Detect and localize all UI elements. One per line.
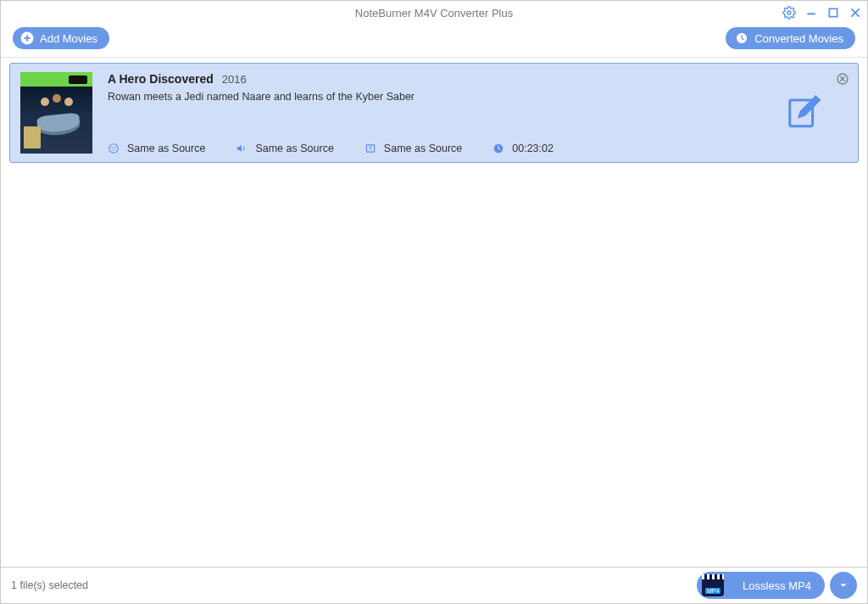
duration-value: 00:23:02 [512,143,554,154]
statusbar: 1 file(s) selected MP4 Lossless MP4 [1,568,867,603]
svg-point-10 [111,147,113,148]
movie-body: A Hero Discovered 2016 Rowan meets a Jed… [108,72,848,154]
video-icon [108,143,120,154]
audio-setting-value: Same as Source [255,143,333,154]
output-format-label: Lossless MP4 [743,579,811,592]
movie-title-line: A Hero Discovered 2016 [108,72,848,86]
window-controls [782,1,862,25]
movie-year: 2016 [222,73,247,86]
maximize-icon[interactable] [826,6,840,20]
svg-rect-2 [829,8,837,16]
chevron-down-icon [837,579,849,591]
svg-point-11 [114,147,116,148]
svg-point-0 [787,11,791,14]
audio-setting: Same as Source [236,143,333,154]
output-format-group: MP4 Lossless MP4 [697,572,857,599]
toolbar: Add Movies Converted Movies [1,25,867,57]
svg-text:T: T [369,146,372,151]
minimize-icon[interactable] [804,6,818,20]
edit-icon[interactable] [785,92,824,134]
status-selected: 1 file(s) selected [11,579,88,591]
movie-meta-row: Same as Source Same as Source T Same as … [108,133,848,154]
converted-movies-button[interactable]: Converted Movies [726,27,855,49]
svg-point-12 [113,149,114,151]
output-format-dropdown[interactable] [830,572,857,599]
audio-icon [236,143,248,154]
duration-icon [492,143,504,154]
output-format-button[interactable]: MP4 Lossless MP4 [697,572,825,599]
app-window: NoteBurner M4V Converter Plus Add Movies [0,0,868,604]
gear-icon[interactable] [782,6,796,20]
converted-movies-label: Converted Movies [754,32,843,45]
subtitle-setting: T Same as Source [364,143,462,154]
subtitle-icon: T [364,143,376,154]
movie-description: Rowan meets a Jedi named Naare and learn… [108,91,848,103]
add-movies-label: Add Movies [40,32,97,45]
clock-icon [734,31,749,46]
video-setting: Same as Source [108,143,205,154]
video-setting-value: Same as Source [127,143,205,154]
remove-movie-icon[interactable] [836,72,849,88]
subtitle-setting-value: Same as Source [384,143,462,154]
movie-title: A Hero Discovered [108,72,214,86]
close-icon[interactable] [849,6,862,20]
duration: 00:23:02 [492,143,554,154]
window-title: NoteBurner M4V Converter Plus [355,7,513,20]
movie-row[interactable]: A Hero Discovered 2016 Rowan meets a Jed… [9,63,859,163]
plus-icon [19,31,35,46]
add-movies-button[interactable]: Add Movies [13,27,109,49]
movie-thumbnail [20,72,92,154]
movie-list: A Hero Discovered 2016 Rowan meets a Jed… [1,57,867,568]
mp4-icon: MP4 [702,574,724,596]
titlebar: NoteBurner M4V Converter Plus [1,1,867,25]
svg-point-9 [109,144,119,154]
